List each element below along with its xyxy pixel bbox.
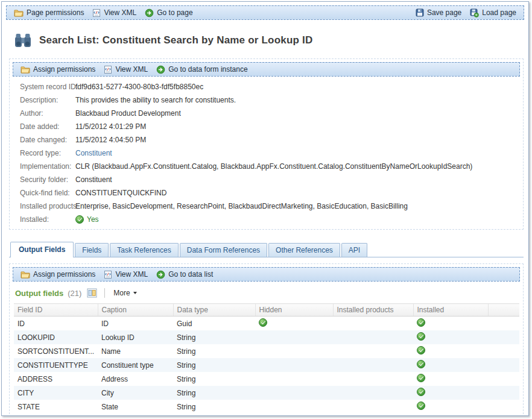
property-label: Description:	[13, 96, 75, 104]
property-label: Installed products:	[13, 202, 75, 210]
go-to-page-button[interactable]: Go to page	[141, 7, 197, 19]
column-picker-icon	[87, 288, 97, 298]
property-row: Author:Blackbaud Product Development	[13, 107, 520, 120]
green-check-icon	[417, 388, 425, 396]
cell-installed	[413, 400, 488, 414]
property-value: 11/5/2012 4:01:29 PM	[75, 122, 146, 131]
cell-installed	[413, 344, 488, 358]
table-row[interactable]: STATEStateString	[14, 400, 519, 414]
green-go-arrow-icon	[156, 270, 165, 279]
page-permissions-button[interactable]: Page permissions	[10, 7, 88, 18]
table-row[interactable]: CONSTITUENTTYPEConstituent typeString	[14, 358, 519, 372]
more-label: More	[113, 289, 130, 297]
cell-empty	[488, 317, 519, 331]
cell-hidden	[255, 344, 333, 358]
table-row[interactable]: IDIDGuid	[14, 317, 519, 331]
table-body: IDIDGuidLOOKUPIDLookup IDStringSORTCONST…	[14, 317, 519, 414]
tab-api[interactable]: API	[341, 243, 367, 257]
property-row: Security folder:Constituent	[13, 173, 520, 186]
tab-task-references[interactable]: Task References	[110, 243, 178, 257]
tab-data-form-references[interactable]: Data Form References	[180, 243, 267, 257]
list-title: Output fields	[15, 289, 63, 298]
cell-installed	[413, 386, 488, 400]
cell-caption: Constituent type	[98, 358, 173, 372]
property-value: CLR (Blackbaud.AppFx.Constituent.Catalog…	[75, 162, 472, 171]
assign-permissions-button[interactable]: Assign permissions	[16, 64, 100, 75]
cell-empty	[488, 400, 519, 414]
green-check-icon	[75, 215, 84, 224]
tab-output-fields[interactable]: Output Fields	[10, 242, 74, 257]
chevron-down-icon	[133, 292, 137, 294]
property-row: Implementation:CLR (Blackbaud.AppFx.Cons…	[13, 160, 520, 173]
property-label: Date added:	[13, 122, 75, 131]
property-value: This provides the ability to search for …	[75, 96, 236, 104]
table-row[interactable]: CITYCityString	[14, 386, 519, 400]
column-header[interactable]: Caption	[98, 304, 173, 317]
green-go-arrow-icon	[145, 8, 154, 17]
cell-field-id: SORTCONSTITUENT...	[14, 344, 98, 358]
cell-caption: Address	[98, 372, 173, 386]
binoculars-icon	[14, 33, 32, 48]
go-to-data-form-instance-button[interactable]: Go to data form instance	[152, 64, 252, 75]
cell-data-type: String	[173, 372, 255, 386]
cell-field-id: ID	[14, 317, 98, 331]
view-xml-button[interactable]: View XML	[100, 269, 152, 280]
page-title: Search List: Constituent Search by Name …	[39, 34, 312, 46]
cell-data-type: Guid	[173, 317, 255, 331]
page-toolbar: Page permissions View XML Go to page Sav…	[6, 5, 524, 20]
cell-data-type: String	[173, 386, 255, 400]
cell-caption: State	[98, 400, 173, 414]
cell-field-id: LOOKUPID	[14, 330, 98, 344]
property-value-text: Yes	[87, 215, 99, 224]
property-label: Installed:	[13, 215, 75, 224]
green-check-icon	[417, 360, 425, 368]
cell-installed	[413, 330, 488, 344]
column-header[interactable]: Installed	[413, 304, 488, 317]
table-row[interactable]: ADDRESSAddressString	[14, 372, 519, 386]
cell-data-type: String	[173, 344, 255, 358]
column-header[interactable]: Data type	[173, 304, 255, 317]
property-row: Description:This provides the ability to…	[13, 93, 520, 107]
column-header[interactable]: Installed products	[333, 304, 413, 317]
save-page-button[interactable]: Save page	[411, 7, 466, 18]
assign-permissions-button[interactable]: Assign permissions	[16, 269, 100, 280]
cell-empty	[488, 386, 519, 400]
page-toolbar-right: Save page Load page	[411, 7, 521, 19]
property-row: Installed products:Enterprise, BasicDeve…	[13, 200, 520, 213]
table-row[interactable]: LOOKUPIDLookup IDString	[14, 330, 519, 344]
cell-installed-products	[333, 344, 413, 358]
assign-permissions-label: Assign permissions	[33, 65, 95, 74]
property-value[interactable]: Constituent	[75, 149, 112, 157]
properties-list: System record ID:fdf9d631-5277-4300-80b3…	[13, 80, 520, 226]
page-header: Search List: Constituent Search by Name …	[14, 32, 528, 49]
cell-data-type: String	[173, 400, 255, 414]
table-header: Field IDCaptionData typeHiddenInstalled …	[14, 304, 519, 317]
list-count: (21)	[68, 289, 81, 298]
column-header[interactable]: Hidden	[255, 304, 333, 317]
cell-installed-products	[333, 317, 413, 331]
property-row: Installed:Yes	[13, 213, 520, 226]
view-xml-button[interactable]: View XML	[100, 64, 152, 75]
tab-fields[interactable]: Fields	[75, 243, 109, 257]
tab-other-references[interactable]: Other References	[268, 243, 340, 257]
instance-toolbar: Assign permissions View XML Go to data f…	[13, 62, 520, 77]
page-toolbar-left: Page permissions View XML Go to page	[10, 7, 197, 19]
cell-hidden	[255, 358, 333, 372]
property-value: Yes	[75, 215, 99, 224]
more-button[interactable]: More	[111, 288, 139, 298]
property-row: Record type:Constituent	[13, 146, 520, 160]
cell-installed-products	[333, 330, 413, 344]
go-to-data-list-button[interactable]: Go to data list	[152, 269, 217, 280]
column-header[interactable]: Field ID	[14, 304, 98, 317]
cell-installed	[413, 358, 488, 372]
list-header: Output fields (21) More	[15, 286, 519, 300]
save-floppy-icon	[416, 8, 424, 17]
table-row[interactable]: SORTCONSTITUENT...NameString	[14, 344, 519, 358]
column-picker-button[interactable]	[86, 288, 98, 298]
view-xml-button[interactable]: View XML	[88, 7, 141, 19]
load-page-button[interactable]: Load page	[466, 7, 521, 19]
instance-section: Assign permissions View XML Go to data f…	[9, 58, 524, 230]
cell-caption: Lookup ID	[98, 330, 173, 344]
cell-hidden	[255, 330, 333, 344]
load-floppy-icon	[470, 8, 479, 17]
